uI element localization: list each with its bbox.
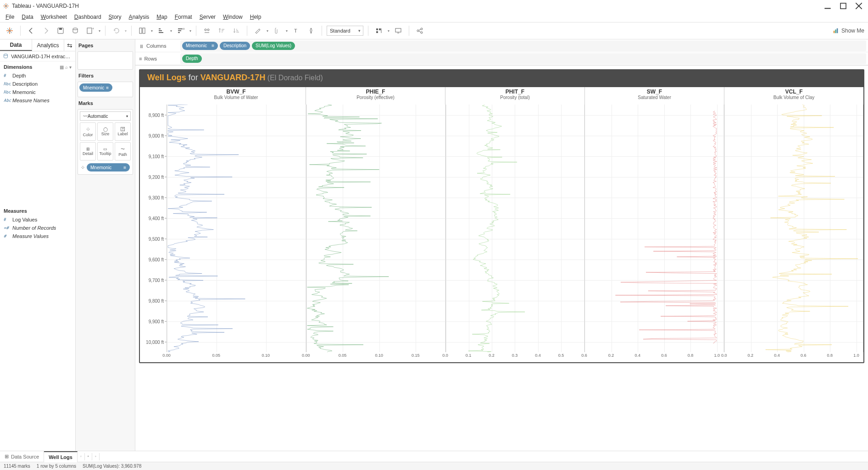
search-icon[interactable]: ⌕ [65,65,68,70]
presentation-button[interactable] [392,25,404,37]
pin-button[interactable] [305,25,317,37]
show-me-button[interactable]: Show Me [833,28,864,34]
filter-pill-mnemonic[interactable]: Mnemonic≡ [79,83,112,92]
back-button[interactable] [25,25,37,37]
svg-point-51 [4,54,7,55]
color-pill-mnemonic[interactable]: Mnemonic≡ [87,163,130,171]
menu-window[interactable]: Window [220,13,245,21]
new-dashboard-button[interactable] [85,453,92,460]
panel-header-sw_f: SW_FSaturated Water [585,87,724,105]
plot-phit_f[interactable] [445,105,585,352]
svg-rect-24 [178,32,180,33]
pill-sum-log-values-[interactable]: SUM(Log Values) [252,42,295,50]
marks-size[interactable]: ◯Size [97,122,113,141]
tab-data[interactable]: Data [0,39,32,51]
field-measure-names[interactable]: AbcMeasure Names [2,96,73,105]
marks-detail[interactable]: ⊞Detail [80,142,96,160]
cards-pane: Pages Filters Mnemonic≡ Marks 〰 Automati… [76,39,135,451]
x-tick: 0.05 [212,353,220,358]
view-toggle-icon[interactable]: ▦ [60,65,64,70]
pages-shelf[interactable] [78,51,133,70]
marks-card: 〰 Automatic ⁘Color ◯Size 🅃Label ⊞Detail … [78,109,133,175]
filters-shelf[interactable]: Mnemonic≡ [78,82,133,97]
clip-button[interactable] [271,25,283,37]
field-number-of-records[interactable]: =#Number of Records [2,224,73,232]
sort-asc-button[interactable] [156,25,167,37]
menu-help[interactable]: Help [247,13,264,21]
x-tick: 0.4 [774,353,780,358]
new-story-button[interactable] [92,453,100,460]
menu-data[interactable]: Data [19,13,36,21]
tableau-icon[interactable] [4,25,16,37]
cards-button[interactable] [373,25,385,37]
forward-button[interactable] [40,25,52,37]
columns-shelf[interactable]: Mnemonic≡DescriptionSUM(Log Values) [180,40,866,51]
tab-data-source[interactable]: ⊞Data Source [0,451,44,462]
swap-button[interactable] [136,25,148,37]
new-worksheet-button[interactable]: + [84,25,96,37]
fit-selector[interactable]: Standard [327,26,363,36]
svg-rect-18 [143,28,145,33]
field-measure-values[interactable]: #Measure Values [2,232,73,240]
plot-bvw_f[interactable] [167,105,306,352]
tab-caret[interactable]: ⇆ [64,39,75,51]
menu-server[interactable]: Server [197,13,218,21]
title-bar: Tableau - VANGUARD-17H [0,0,868,12]
datasource-row[interactable]: VANGUARD-17H extracc… [0,51,75,61]
save-button[interactable] [55,25,67,37]
maximize-button[interactable] [840,2,847,10]
viz-title[interactable]: Well Logs for VANGUARD-17H (El Dorado Fi… [139,69,864,86]
marks-type-selector[interactable]: 〰 Automatic [80,111,131,121]
plot-sw_f[interactable] [584,105,724,352]
minimize-button[interactable] [824,2,831,10]
menu-dashboard[interactable]: Dashboard [72,13,104,21]
group-button[interactable] [201,25,213,37]
menu-file[interactable]: File [3,13,17,21]
field-log-values[interactable]: #Log Values [2,216,73,224]
pill-description[interactable]: Description [220,42,250,50]
sort-descending-icon[interactable] [230,25,242,37]
sort-ascending-icon[interactable] [216,25,228,37]
menu-format[interactable]: Format [172,13,195,21]
labels-button[interactable]: T [290,25,302,37]
y-tick: 9,300 ft [149,195,164,200]
menu-caret-icon[interactable]: ▾ [69,65,72,70]
menu-worksheet[interactable]: Worksheet [38,13,70,21]
new-sheet-button[interactable]: + [78,453,85,460]
pill-depth[interactable]: Depth [182,55,202,63]
plot-phie_f[interactable] [306,105,445,352]
x-tick: 0.00 [162,353,171,358]
marks-path[interactable]: 〜Path [115,142,131,160]
window-title: Tableau - VANGUARD-17H [12,3,824,9]
marks-tooltip[interactable]: ▭Tooltip [97,142,113,160]
plot-vcl_f[interactable] [724,105,863,352]
menu-story[interactable]: Story [106,13,124,21]
undo-button[interactable] [110,25,122,37]
close-button[interactable] [855,2,862,10]
marks-label: Marks [78,99,133,107]
x-tick: 1.0 [714,353,720,358]
x-tick: 0.8 [688,353,694,358]
rows-shelf[interactable]: Depth [180,53,866,64]
x-tick: 0.00 [302,353,310,358]
tab-analytics[interactable]: Analytics [32,39,64,51]
svg-text:+: + [92,27,94,31]
highlight-button[interactable] [252,25,264,37]
menu-analysis[interactable]: Analysis [126,13,152,21]
tab-well-logs[interactable]: Well Logs [44,451,78,462]
svg-rect-54 [88,456,88,456]
share-button[interactable] [414,25,426,37]
new-datasource-button[interactable] [69,25,81,37]
svg-rect-23 [178,30,181,31]
svg-line-47 [419,31,421,32]
field-depth[interactable]: #Depth [2,72,73,80]
sort-desc-button[interactable]: x [175,25,187,37]
svg-point-44 [421,28,423,30]
marks-color[interactable]: ⁘Color [80,122,96,141]
field-description[interactable]: AbcDescription [2,80,73,88]
menu-map[interactable]: Map [154,13,170,21]
marks-label[interactable]: 🅃Label [115,122,131,141]
x-tick: 0.5 [558,353,564,358]
pill-mnemonic[interactable]: Mnemonic≡ [182,42,218,50]
field-mnemonic[interactable]: AbcMnemonic [2,88,73,96]
